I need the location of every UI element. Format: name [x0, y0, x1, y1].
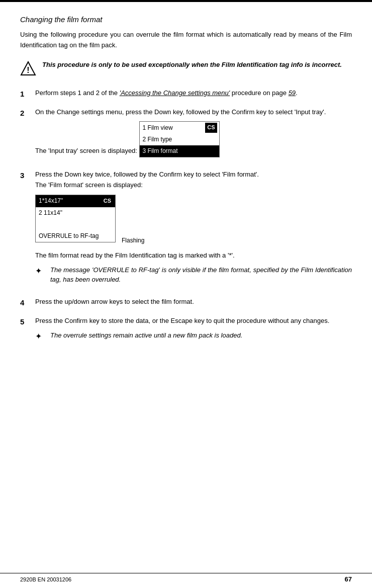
step-1: 1 Perform steps 1 and 2 of the 'Accessin…	[20, 88, 352, 100]
diamond-icon-3: ✦	[35, 265, 45, 277]
step-3-text: Press the Down key twice, followed by th…	[35, 171, 259, 178]
step-2-sub-text: The 'Input tray' screen is displayed:	[35, 147, 137, 154]
svg-text:!: !	[27, 66, 29, 74]
warning-box: ! This procedure is only to be used exce…	[20, 58, 352, 79]
screen-row-f1: 1*14x17" CS	[36, 195, 115, 207]
film-format-screen: 1*14x17" CS 2 11x14" OVERRULE to RF-tag	[35, 195, 116, 242]
step-5: 5 Press the Confirm key to store the dat…	[20, 316, 352, 348]
cs-badge-1: CS	[205, 123, 217, 133]
step-3: 3 Press the Down key twice, followed by …	[20, 170, 352, 290]
step-5-number: 5	[20, 316, 30, 328]
step-3-note-block: ✦ The message 'OVERRULE to RF-tag' is on…	[35, 265, 352, 285]
warning-text: This procedure is only to be used except…	[42, 60, 342, 70]
step-5-note: The overrule settings remain active unti…	[50, 330, 242, 341]
step-3-number: 3	[20, 170, 30, 182]
step-1-content: Perform steps 1 and 2 of the 'Accessing …	[35, 88, 352, 99]
step-2-number: 2	[20, 107, 30, 119]
step-1-number: 1	[20, 88, 30, 100]
cs-badge-f: CS	[102, 196, 113, 206]
footer: 2920B EN 20031206 67	[0, 573, 372, 583]
step-2: 2 On the Change settings menu, press the…	[20, 107, 352, 163]
step-1-text-before: Perform steps 1 and 2 of the	[35, 89, 120, 97]
screen-row-f2: 2 11x14"	[36, 207, 115, 219]
page-container: Changing the film format Using the follo…	[0, 10, 372, 385]
step-4-content: Press the up/down arrow keys to select t…	[35, 297, 352, 307]
step-1-text-after: procedure on page	[230, 89, 288, 97]
section-title: Changing the film format	[20, 15, 352, 24]
screen-row-f3	[36, 219, 115, 230]
screen-row-f4: OVERRULE to RF-tag	[36, 230, 115, 242]
flashing-label: Flashing	[122, 236, 144, 245]
screen-row-1-label: 1 Film view	[143, 123, 173, 133]
top-border	[0, 0, 372, 2]
step-1-link[interactable]: 'Accessing the Change settings menu'	[120, 89, 230, 97]
intro-text: Using the following procedure you can ov…	[20, 30, 352, 51]
step-2-text: On the Change settings menu, press the D…	[35, 108, 326, 116]
screen-row-3-highlighted: 3 Film format	[140, 145, 219, 157]
warning-icon: !	[20, 61, 36, 77]
step-3-note: The message 'OVERRULE to RF-tag' is only…	[50, 265, 352, 285]
step-2-content: On the Change settings menu, press the D…	[35, 107, 352, 163]
screen-row-f1-label: 1*14x17"	[39, 196, 63, 206]
step-1-page-ref[interactable]: 59	[289, 89, 296, 97]
footer-right: 67	[345, 575, 352, 583]
step-1-suffix: .	[296, 89, 298, 97]
step-4: 4 Press the up/down arrow keys to select…	[20, 297, 352, 309]
diamond-icon-5: ✦	[35, 330, 45, 343]
step-5-text: Press the Confirm key to store the data,…	[35, 317, 329, 324]
step-5-note-block: ✦ The overrule settings remain active un…	[35, 330, 352, 343]
film-format-screen-container: 1*14x17" CS 2 11x14" OVERRULE to RF-tag …	[35, 191, 352, 247]
screen-row-2: 2 Film type	[140, 134, 219, 145]
input-tray-screen: 1 Film view CS 2 Film type 3 Film format	[139, 121, 220, 157]
step-4-number: 4	[20, 297, 30, 309]
step-3-content: Press the Down key twice, followed by th…	[35, 170, 352, 290]
step-3-after-screen: The film format read by the Film Identif…	[35, 250, 352, 261]
step-3-sub-text: The 'Film format' screen is displayed:	[35, 181, 143, 189]
step-5-content: Press the Confirm key to store the data,…	[35, 316, 352, 348]
screen-row-1: 1 Film view CS	[140, 122, 219, 134]
footer-left: 2920B EN 20031206	[20, 576, 71, 582]
